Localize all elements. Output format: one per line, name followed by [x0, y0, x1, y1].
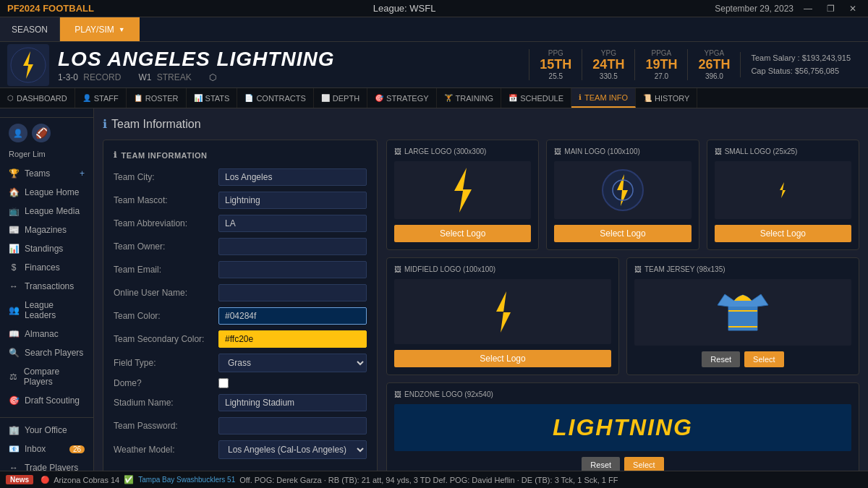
team-jersey-title: 🖼 TEAM JERSEY (98x135) — [634, 265, 851, 273]
nav-tab-dashboard[interactable]: ⬡DASHBOARD — [0, 88, 75, 108]
dome-row: Dome? — [114, 378, 367, 388]
endzone-actions: Reset Select — [394, 457, 851, 471]
svg-marker-2 — [454, 168, 472, 213]
sidebar-item-trade-players[interactable]: ↔Trade Players — [0, 458, 93, 471]
sidebar-user: 👤 🏈 — [0, 117, 93, 148]
endzone-reset-btn[interactable]: Reset — [582, 457, 620, 471]
nav-tab-depth[interactable]: ⬜DEPTH — [314, 88, 367, 108]
city-label: Team City: — [114, 172, 218, 182]
nav-tab-staff[interactable]: 👤STAFF — [75, 88, 127, 108]
team-name-block: LOS ANGELES LIGHTNING 1-3-0 RECORD W1 ST… — [58, 48, 529, 82]
nav-tab-schedule[interactable]: 📅SCHEDULE — [501, 88, 571, 108]
sidebar-item-compare-players[interactable]: ⚖Compare Players — [0, 362, 93, 391]
nav-tab-roster[interactable]: 📋ROSTER — [127, 88, 187, 108]
news-team-a: Arizona Cobras 14 — [54, 476, 119, 484]
sidebar-item-your-office[interactable]: 🏢Your Office — [0, 421, 93, 440]
main-logo-select-btn[interactable]: Select Logo — [554, 225, 691, 242]
endzone-select-btn[interactable]: Select — [624, 457, 664, 471]
midfield-logo-select-btn[interactable]: Select Logo — [394, 350, 611, 367]
small-logo-select-btn[interactable]: Select Logo — [715, 225, 851, 242]
midfield-logo-card: 🖼 MIDFIELD LOGO (100x100) Select Logo — [386, 257, 619, 375]
jersey-reset-btn[interactable]: Reset — [702, 351, 740, 367]
stadium-label: Stadium Name: — [114, 398, 218, 408]
minimize-button[interactable]: — — [799, 2, 817, 15]
mascot-row: Team Mascot: — [114, 192, 367, 209]
sidebar-item-search-players[interactable]: 🔍Search Players — [0, 343, 93, 362]
sidebar-item-almanac[interactable]: 📖Almanac — [0, 325, 93, 343]
weather-row: Weather Model: Los Angeles (Cal-Los Ange… — [114, 440, 367, 459]
endzone-card: 🖼 ENDZONE LOGO (92x540) LIGHTNING Reset … — [386, 382, 859, 471]
play-sim-button[interactable]: PLAY/SIM — [60, 17, 140, 41]
news-team-b: Tampa Bay Swashbucklers 51 — [138, 476, 235, 484]
owner-input[interactable] — [218, 238, 367, 255]
sidebar-item-league-media[interactable]: 📺League Media — [0, 202, 93, 221]
mascot-label: Team Mascot: — [114, 195, 218, 205]
team-jersey-preview — [634, 279, 851, 346]
username-row: Online User Name: — [114, 284, 367, 301]
weather-select[interactable]: Los Angeles (Cal-Los Angeles) Other — [218, 440, 367, 459]
weather-label: Weather Model: — [114, 445, 218, 455]
password-row: Team Password: — [114, 417, 367, 435]
jersey-select-btn[interactable]: Select — [744, 351, 784, 367]
team-full-name: LOS ANGELES LIGHTNING — [58, 48, 529, 71]
sec-color-input[interactable] — [218, 330, 367, 348]
sidebar-item-league-home[interactable]: 🏠League Home — [0, 183, 93, 202]
sidebar-item-league-leaders[interactable]: 👥League Leaders — [0, 296, 93, 325]
city-row: Team City: — [114, 168, 367, 186]
sidebar: 👤 🏈 Roger Lim 🏆Teams+🏠League Home📺League… — [0, 108, 94, 471]
dome-checkbox[interactable] — [218, 378, 229, 388]
logos-row-2: 🖼 MIDFIELD LOGO (100x100) Select Logo — [386, 257, 859, 375]
sidebar-item-inbox[interactable]: 📧Inbox26 — [0, 440, 93, 458]
password-input[interactable] — [218, 417, 367, 435]
sidebar-item-magazines[interactable]: 📰Magazines — [0, 221, 93, 239]
username-input[interactable] — [218, 284, 367, 301]
stat-box-ypg: YPG 24TH 330.5 — [582, 49, 634, 80]
sidebar-item-draft-scouting[interactable]: 🎯Draft Scouting — [0, 391, 93, 410]
record-value: 1-3-0 — [58, 72, 78, 82]
top-bar: PF2024 FOOTBALL League: WSFL September 2… — [0, 0, 868, 17]
main-logo-title: 🖼 MAIN LOGO (100x100) — [554, 147, 691, 155]
nav-tab-team-info[interactable]: ℹTEAM INFO — [571, 88, 636, 108]
nav-tab-stats[interactable]: 📊STATS — [187, 88, 238, 108]
sidebar-item-standings[interactable]: 📊Standings — [0, 239, 93, 258]
right-panel: 🖼 LARGE LOGO (300x300) Select Logo — [386, 140, 859, 471]
restore-button[interactable]: ❐ — [822, 2, 839, 15]
field-type-select[interactable]: Grass Turf FieldTurf — [218, 354, 367, 372]
mascot-input[interactable] — [218, 192, 367, 209]
team-header: LOS ANGELES LIGHTNING 1-3-0 RECORD W1 ST… — [0, 42, 868, 88]
cap-status: Cap Status: $56,756,085 — [751, 65, 851, 78]
team-name: LIGHTNING — [216, 48, 334, 70]
nav-tab-history[interactable]: 📜HISTORY — [636, 88, 698, 108]
small-logo-preview — [715, 161, 851, 219]
stadium-input[interactable] — [218, 394, 367, 411]
nav-tab-strategy[interactable]: 🎯STRATEGY — [367, 88, 436, 108]
midfield-logo-preview — [394, 279, 611, 344]
nav-tab-contracts[interactable]: 📄CONTRACTS — [237, 88, 313, 108]
city-input[interactable] — [218, 168, 367, 186]
team-jersey-card: 🖼 TEAM JERSEY (98x135) — [626, 257, 859, 375]
close-button[interactable]: ✕ — [845, 2, 861, 15]
midfield-logo-title: 🖼 MIDFIELD LOGO (100x100) — [394, 265, 611, 273]
owner-row: Team Owner: — [114, 238, 367, 255]
sidebar-item-transactions[interactable]: ↔Transactions — [0, 277, 93, 296]
abbr-input[interactable] — [218, 215, 367, 232]
user-avatar: 👤 — [9, 124, 27, 142]
color-input[interactable] — [218, 307, 367, 325]
nav-tab-training[interactable]: 🏋TRAINING — [437, 88, 502, 108]
record-label: RECORD — [83, 72, 121, 82]
main-content: ℹ Team Information ℹ TEAM INFORMATION Te… — [94, 108, 868, 471]
email-input[interactable] — [218, 261, 367, 278]
date-display: September 29, 2023 — [715, 4, 793, 14]
stat-box-ppg: PPG 15TH 25.5 — [529, 49, 582, 80]
endzone-text: LIGHTNING — [553, 414, 693, 441]
sidebar-item-teams[interactable]: 🏆Teams+ — [0, 164, 93, 183]
news-team-b-icon: ✅ — [124, 475, 134, 484]
abbr-row: Team Abbreviation: — [114, 215, 367, 232]
team-helmet-icon: 🏈 — [32, 124, 51, 142]
sec-color-row: Team Secondary Color: — [114, 330, 367, 348]
season-button[interactable]: SEASON — [0, 17, 60, 41]
large-logo-select-btn[interactable]: Select Logo — [394, 225, 531, 242]
owner-label: Team Owner: — [114, 241, 218, 252]
sidebar-item-finances[interactable]: $Finances — [0, 258, 93, 277]
salary-box: Team Salary : $193,243,915 Cap Status: $… — [740, 52, 861, 77]
